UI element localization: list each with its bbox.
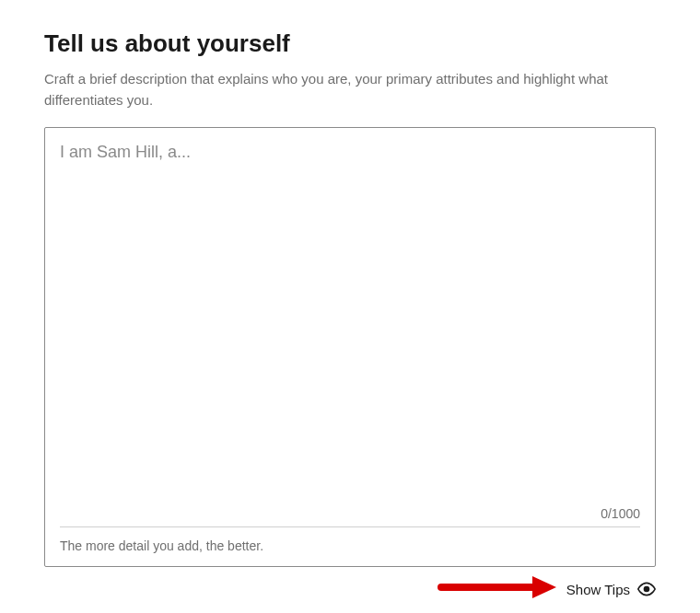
show-tips-label: Show Tips [566,582,630,597]
about-textarea-container: 0/1000 The more detail you add, the bett… [44,127,656,567]
svg-point-2 [645,587,649,592]
svg-marker-1 [532,576,556,598]
helper-text: The more detail you add, the better. [60,538,640,553]
page-subtitle: Craft a brief description that explains … [44,69,634,110]
eye-icon [637,580,656,598]
arrow-annotation-icon [437,573,556,605]
page-title: Tell us about yourself [44,29,656,58]
about-textarea[interactable] [60,141,640,506]
footer-row: Show Tips [44,580,656,598]
show-tips-button[interactable]: Show Tips [566,580,656,598]
char-counter: 0/1000 [60,506,640,527]
